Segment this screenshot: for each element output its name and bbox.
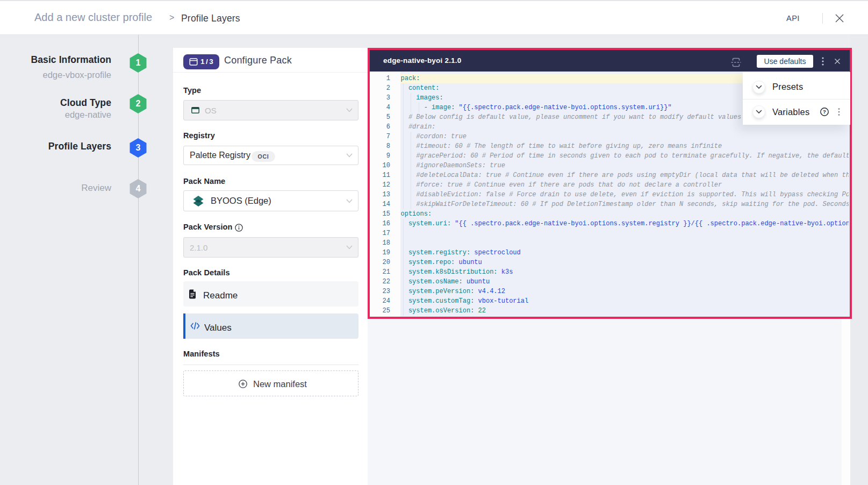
svg-text:?: ?	[823, 109, 826, 115]
